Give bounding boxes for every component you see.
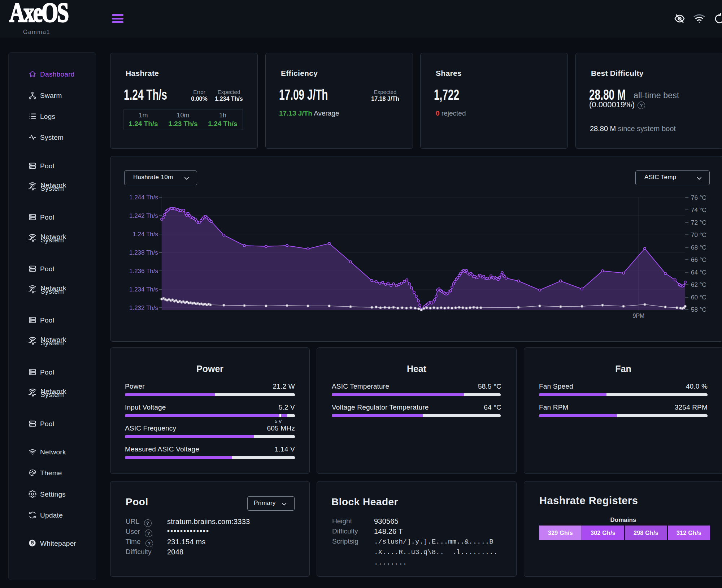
svg-text:9PM: 9PM [633,313,645,319]
svg-text:70 °C: 70 °C [691,232,706,238]
svg-text:1.234 Th/s: 1.234 Th/s [129,286,158,293]
svg-text:1.244 Th/s: 1.244 Th/s [129,194,158,201]
svg-text:1.242 Th/s: 1.242 Th/s [129,212,158,219]
svg-text:60 °C: 60 °C [691,294,706,301]
svg-text:1.24 Th/s: 1.24 Th/s [132,231,158,238]
svg-text:1.238 Th/s: 1.238 Th/s [129,249,158,256]
svg-text:74 °C: 74 °C [691,207,706,213]
svg-text:72 °C: 72 °C [691,219,706,226]
svg-text:76 °C: 76 °C [691,194,706,201]
svg-text:58 °C: 58 °C [691,306,706,313]
svg-text:68 °C: 68 °C [691,244,706,251]
svg-text:1.232 Th/s: 1.232 Th/s [129,304,158,311]
svg-text:62 °C: 62 °C [691,281,706,288]
svg-text:64 °C: 64 °C [691,269,706,276]
svg-text:66 °C: 66 °C [691,256,706,263]
svg-text:1.236 Th/s: 1.236 Th/s [129,268,158,274]
